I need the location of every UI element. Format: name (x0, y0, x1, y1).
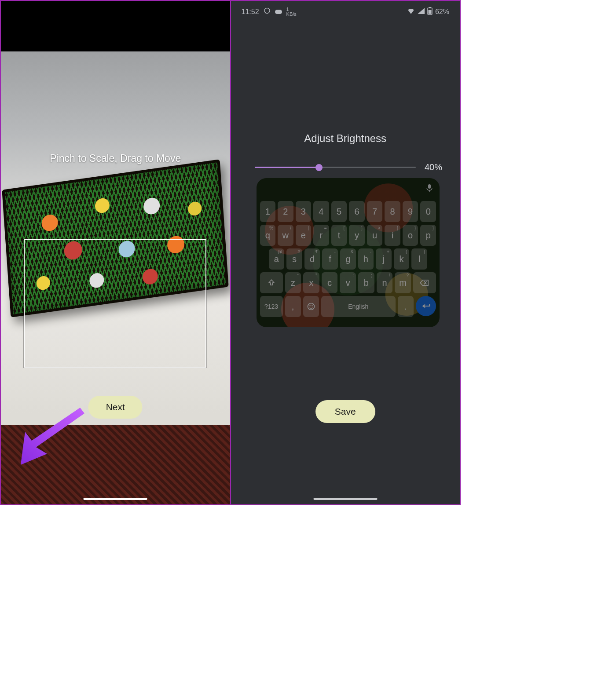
two-phone-screenshot: Pinch to Scale, Drag to Move Next 11:52 (0, 0, 461, 505)
save-button[interactable]: Save (315, 400, 375, 423)
key-shift[interactable] (260, 272, 283, 293)
brightness-slider-thumb[interactable] (315, 164, 323, 171)
key-o[interactable]: o} (403, 225, 418, 246)
phone-left: Pinch to Scale, Drag to Move Next (1, 1, 231, 504)
svg-point-10 (308, 303, 314, 310)
key-l[interactable]: l) (411, 248, 427, 270)
key-n[interactable]: n! (377, 272, 393, 293)
key-y[interactable]: y] (349, 225, 365, 246)
brightness-slider-row: 40% (255, 162, 443, 172)
key-g[interactable]: g& (340, 248, 356, 270)
key-backspace[interactable] (413, 272, 436, 293)
brightness-slider[interactable] (255, 167, 416, 168)
key-t[interactable]: t[ (331, 225, 347, 246)
key-k[interactable]: k( (394, 248, 410, 270)
brightness-slider-fill (255, 167, 319, 168)
annotation-arrow (16, 405, 91, 467)
key-c[interactable]: c' (322, 272, 338, 293)
phone-right: 11:52 1KB/s 62% (231, 1, 460, 504)
key-m[interactable]: m? (395, 272, 411, 293)
keyboard-row-space: ?123 , English . (260, 296, 436, 317)
key-r[interactable]: r= (313, 225, 329, 246)
key-z[interactable]: z* (285, 272, 301, 293)
signal-icon (418, 8, 425, 16)
svg-point-12 (312, 306, 312, 306)
keyboard-row-home: a@ s# d₹ f- g& h- j+ k( l) (260, 248, 436, 270)
keyboard-preview: 1 2 3 4 5 6 7 8 9 0 q% w\ e| r= t[ (257, 178, 440, 327)
key-space[interactable]: English (321, 296, 396, 317)
svg-point-11 (310, 306, 310, 306)
emoji-icon (307, 302, 315, 311)
shift-icon (268, 279, 275, 287)
key-f[interactable]: f- (322, 248, 338, 270)
key-enter[interactable] (416, 296, 436, 316)
svg-marker-0 (21, 408, 84, 465)
key-1[interactable]: 1 (260, 201, 276, 222)
wifi-icon (407, 8, 415, 16)
key-w[interactable]: w\ (278, 225, 293, 246)
battery-icon (427, 7, 433, 17)
status-right: 62% (407, 7, 449, 17)
key-q[interactable]: q% (260, 225, 276, 246)
backspace-icon (420, 279, 429, 286)
status-time: 11:52 (242, 8, 259, 16)
key-2[interactable]: 2 (278, 201, 293, 222)
key-a[interactable]: a@ (269, 248, 285, 270)
status-left: 11:52 1KB/s (242, 7, 297, 17)
svg-rect-4 (429, 7, 431, 8)
key-d[interactable]: d₹ (304, 248, 320, 270)
keyboard-row-top: q% w\ e| r= t[ y] u> i{ o} p} (260, 225, 436, 246)
pill-icon (275, 10, 282, 14)
key-x[interactable]: x" (303, 272, 319, 293)
key-4[interactable]: 4 (313, 201, 329, 222)
key-j[interactable]: j+ (376, 248, 392, 270)
svg-rect-6 (428, 184, 431, 189)
next-button[interactable]: Next (88, 396, 143, 419)
key-e[interactable]: e| (296, 225, 312, 246)
key-symbols[interactable]: ?123 (260, 296, 283, 317)
key-u[interactable]: u> (367, 225, 383, 246)
mic-icon[interactable] (426, 184, 433, 194)
keyboard-rows: 1 2 3 4 5 6 7 8 9 0 q% w\ e| r= t[ (260, 201, 436, 317)
svg-marker-2 (418, 8, 425, 14)
svg-point-1 (264, 8, 270, 13)
status-bar: 11:52 1KB/s 62% (231, 7, 460, 17)
battery-percent: 62% (435, 8, 449, 16)
key-3[interactable]: 3 (296, 201, 312, 222)
key-period[interactable]: . (398, 296, 414, 317)
key-0[interactable]: 0 (420, 201, 436, 222)
key-p[interactable]: p} (420, 225, 436, 246)
key-s[interactable]: s# (286, 248, 302, 270)
key-v[interactable]: v: (340, 272, 356, 293)
whatsapp-icon (264, 7, 271, 16)
svg-rect-5 (428, 10, 431, 14)
keyboard-row-bottom: z* x" c' v: b; n! m? (260, 272, 436, 293)
key-6[interactable]: 6 (349, 201, 365, 222)
key-emoji[interactable] (303, 296, 319, 317)
page-title: Adjust Brightness (231, 132, 460, 145)
gesture-bar[interactable] (84, 498, 147, 500)
key-9[interactable]: 9 (403, 201, 418, 222)
key-b[interactable]: b; (358, 272, 374, 293)
enter-icon (422, 303, 430, 309)
crop-selection-box[interactable] (24, 239, 206, 368)
key-i[interactable]: i{ (385, 225, 400, 246)
instruction-text: Pinch to Scale, Drag to Move (1, 153, 230, 164)
key-7[interactable]: 7 (367, 201, 383, 222)
brightness-value: 40% (425, 162, 442, 172)
key-h[interactable]: h- (358, 248, 374, 270)
gesture-bar[interactable] (313, 498, 377, 500)
key-5[interactable]: 5 (331, 201, 347, 222)
keyboard-row-numbers: 1 2 3 4 5 6 7 8 9 0 (260, 201, 436, 222)
key-8[interactable]: 8 (385, 201, 400, 222)
network-speed: 1KB/s (286, 7, 297, 17)
key-comma[interactable]: , (285, 296, 301, 317)
